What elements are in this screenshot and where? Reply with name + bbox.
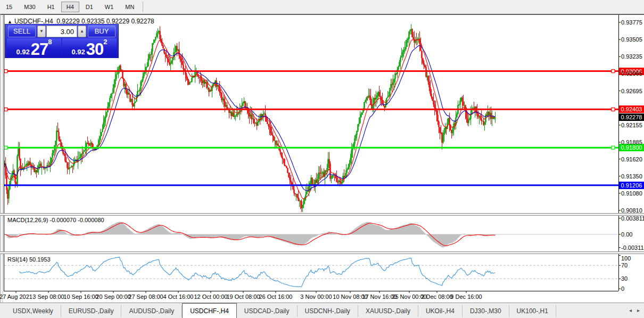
chart-tab-eurusd-daily[interactable]: EURUSD-,Daily [61, 305, 122, 317]
sell-price-big: 27 [31, 42, 48, 57]
buy-button[interactable]: BUY [88, 26, 115, 37]
buy-price-prefix: 0.92 [71, 47, 85, 57]
buy-price-pip: 2 [103, 39, 107, 45]
volume-input[interactable] [46, 26, 77, 37]
volume-increase-button[interactable]: ▲ [78, 26, 86, 37]
sell-button[interactable]: SELL [8, 26, 36, 37]
chart-tab-audusd-daily[interactable]: AUDUSD-,Daily [121, 305, 182, 317]
chart-tab-ukoil-h4[interactable]: UKOil-,H4 [418, 305, 463, 317]
trading-platform-window: 15M30H1H4D1W1MN ▲USDCHF-,H4 0.92229 0.92… [0, 0, 644, 318]
tab-scroll-right-icon[interactable]: ▸ [637, 307, 640, 313]
sell-price-display[interactable]: 0.92278 [7, 38, 61, 58]
one-click-trading-panel: SELL ▼ ▲ BUY 0.92278 0.92302 [5, 24, 119, 58]
sell-price-prefix: 0.92 [16, 47, 29, 57]
buy-price-display[interactable]: 0.92302 [62, 38, 117, 58]
chart-tab-usdx-weekly[interactable]: USDX,Weekly [5, 305, 61, 317]
chart-tab-usdcad-daily[interactable]: USDCAD-,Daily [237, 305, 298, 317]
chart-tab-usdcnh-daily[interactable]: USDCNH-,Daily [298, 305, 358, 317]
chevron-down-icon: ▼ [39, 29, 44, 34]
volume-decrease-button[interactable]: ▼ [37, 26, 46, 37]
chart-tab-usdchf-h4[interactable]: USDCHF-,H4 [182, 303, 237, 318]
chart-tab-bar: USDX,WeeklyEURUSD-,DailyAUDUSD-,DailyUSD… [0, 303, 644, 318]
tab-scroll-arrows: ◂ ▸ [629, 307, 640, 313]
chart-tab-xauusd-daily[interactable]: XAUUSD-,Daily [358, 305, 418, 317]
buy-price-big: 30 [86, 42, 103, 57]
chart-tab-uk100-h1[interactable]: UK100-,H1 [509, 305, 556, 317]
panel-divider-macd[interactable] [0, 213, 644, 216]
sell-price-pip: 8 [48, 39, 52, 45]
panel-divider-rsi[interactable] [0, 251, 644, 254]
chevron-up-icon: ▲ [80, 29, 84, 34]
tab-scroll-left-icon[interactable]: ◂ [629, 307, 632, 313]
chart-tab-dj30-m30[interactable]: DJ30-,M30 [463, 305, 509, 317]
